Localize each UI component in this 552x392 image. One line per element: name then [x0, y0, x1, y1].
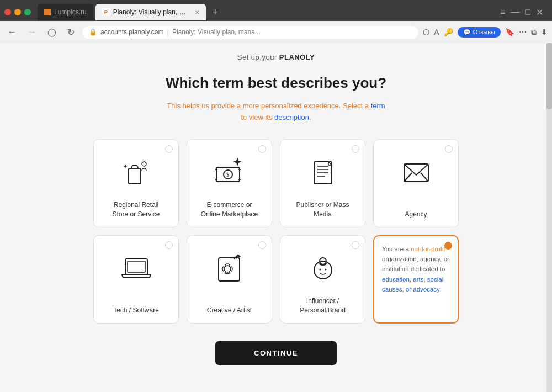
continue-button[interactable]: CONTINUE [215, 341, 337, 365]
password-icon[interactable]: 🔑 [444, 28, 453, 36]
tab-close-button[interactable]: ✕ [195, 9, 199, 15]
lock-icon: 🔒 [89, 28, 97, 36]
svg-point-1 [142, 162, 146, 166]
browser-chrome: Lumpics.ru P Planoly: Visually plan, m..… [0, 0, 552, 43]
back-button[interactable]: ← [4, 26, 20, 38]
card-tech[interactable]: Tech / Software [93, 235, 179, 324]
svg-rect-0 [129, 168, 141, 184]
card-nonprofit[interactable]: You are a not-for-profit organization, a… [373, 235, 459, 324]
refresh-button[interactable]: ↻ [64, 26, 78, 39]
svg-text:$: $ [226, 172, 229, 178]
card-retail-radio [165, 145, 173, 153]
card-retail-icon [114, 150, 158, 194]
traffic-light-red[interactable] [4, 9, 11, 15]
new-tab-button[interactable]: + [208, 7, 223, 18]
card-publisher-icon [301, 150, 345, 194]
url-box[interactable]: 🔒 accounts.planoly.com | Planoly: Visual… [82, 26, 418, 39]
window-maximize-icon[interactable]: □ [525, 7, 530, 17]
forward-button[interactable]: → [24, 26, 40, 38]
window-minimize-icon[interactable]: — [511, 7, 519, 17]
translate-icon[interactable]: A [434, 28, 439, 36]
card-creative[interactable]: Creative / Artist [187, 235, 272, 324]
desc-nonprofit: not-for-profit [411, 246, 445, 252]
lumpics-favicon [44, 9, 51, 15]
card-influencer-label: Influencer /Personal Brand [300, 296, 346, 315]
card-retail[interactable]: Regional RetailStore or Service [93, 139, 179, 227]
card-tech-label: Tech / Software [113, 306, 159, 315]
review-icon: 💬 [463, 29, 471, 36]
card-influencer-icon [301, 246, 345, 290]
cards-row-1: Regional RetailStore or Service $ [93, 139, 459, 227]
card-influencer[interactable]: Influencer /Personal Brand [280, 235, 365, 324]
tab-inactive-label: Lumpics.ru [54, 8, 87, 16]
setup-brand: PLANOLY [279, 53, 315, 61]
page-content: Set up your PLANOLY Which term best desc… [0, 43, 552, 392]
subtitle-more-personalized: This helps us provide a more personalize… [167, 102, 385, 121]
card-nonprofit-description: You are a not-for-profit organization, a… [382, 244, 450, 295]
download-icon[interactable]: ⬇ [541, 28, 548, 36]
card-creative-label: Creative / Artist [207, 306, 252, 315]
traffic-lights [4, 9, 31, 15]
card-creative-radio [258, 241, 266, 249]
svg-point-23 [319, 268, 321, 270]
subtitle: This helps us provide a more personalize… [167, 100, 385, 124]
card-retail-label: Regional RetailStore or Service [112, 200, 160, 219]
window-close-icon[interactable]: ✕ [536, 7, 543, 18]
scrollbar-thumb[interactable] [546, 43, 552, 109]
tab-active-label: Planoly: Visually plan, m... [113, 8, 189, 16]
card-agency-label: Agency [405, 210, 427, 219]
setup-header: Set up your PLANOLY [237, 43, 315, 75]
svg-rect-18 [219, 258, 240, 281]
svg-point-24 [325, 268, 326, 270]
card-ecommerce-icon: $ [208, 150, 252, 194]
card-ecommerce-label: E-commerce orOnline Marketplace [201, 200, 258, 219]
cards-row-2: Tech / Software Cr [93, 235, 459, 324]
window-menu-icon[interactable]: ≡ [500, 7, 505, 17]
bookmark-icon[interactable]: 🔖 [505, 28, 514, 36]
url-path: Planoly: Visually plan, mana... [172, 28, 261, 36]
svg-rect-16 [128, 261, 145, 272]
card-tech-radio [165, 241, 173, 249]
circle-icon: ◯ [44, 27, 60, 38]
traffic-light-green[interactable] [24, 9, 31, 15]
card-ecommerce[interactable]: $ E-commerce orOnline Marketplace [187, 139, 272, 227]
tab-inactive-lumpics[interactable]: Lumpics.ru [38, 4, 93, 20]
card-creative-icon [208, 246, 252, 290]
collections-icon[interactable]: ⧉ [531, 28, 537, 37]
page-title: Which term best describes you? [166, 75, 386, 92]
card-publisher[interactable]: Publisher or MassMedia [280, 139, 365, 227]
tab-bar: Lumpics.ru P Planoly: Visually plan, m..… [0, 0, 552, 21]
review-button[interactable]: 💬 Отзывы [458, 27, 501, 38]
card-influencer-radio [352, 241, 359, 249]
card-nonprofit-radio [444, 242, 452, 250]
card-publisher-radio [352, 145, 359, 153]
setup-label: Set up your [237, 53, 279, 61]
address-bar: ← → ◯ ↻ 🔒 accounts.planoly.com | Planoly… [0, 21, 552, 43]
traffic-light-yellow[interactable] [14, 9, 21, 15]
tab-share-icon[interactable]: ⬡ [423, 28, 429, 36]
review-label: Отзывы [473, 29, 495, 35]
card-tech-icon [114, 246, 158, 290]
card-agency-radio [445, 145, 453, 153]
card-agency-icon [394, 150, 438, 194]
card-ecommerce-radio [258, 145, 266, 153]
tab-active-planoly[interactable]: P Planoly: Visually plan, m... ✕ [95, 4, 206, 20]
url-domain: accounts.planoly.com [100, 28, 164, 36]
more-options-icon[interactable]: ⋯ [519, 28, 527, 36]
card-agency[interactable]: Agency [373, 139, 459, 227]
planoly-favicon: P [102, 8, 110, 16]
svg-point-21 [314, 261, 332, 279]
card-publisher-label: Publisher or MassMedia [296, 200, 349, 219]
svg-point-20 [224, 266, 231, 272]
desc-causes: education, arts, social causes, or advoc… [382, 276, 443, 293]
scrollbar[interactable] [546, 43, 552, 392]
url-separator: | [167, 28, 169, 36]
